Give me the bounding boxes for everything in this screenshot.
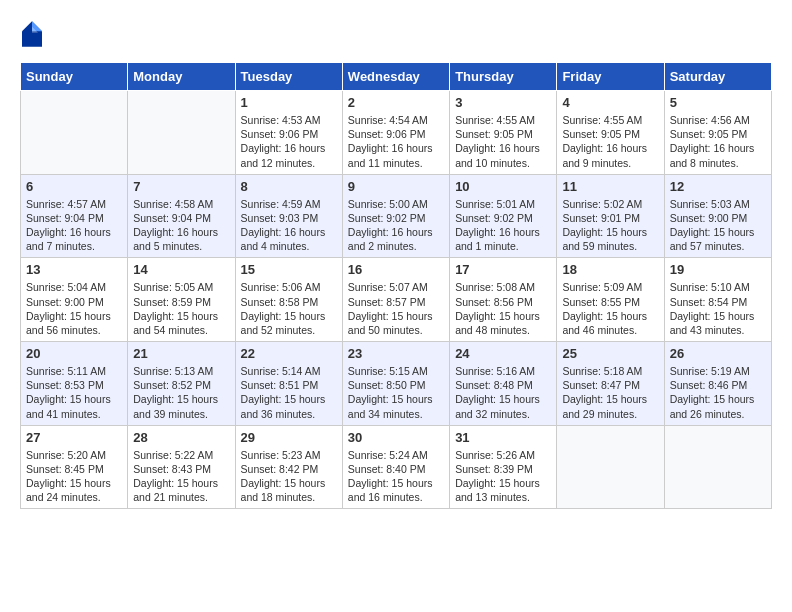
day-number: 21 [133, 346, 229, 361]
day-number: 31 [455, 430, 551, 445]
weekday-header-thursday: Thursday [450, 63, 557, 91]
day-number: 9 [348, 179, 444, 194]
day-info: Sunrise: 5:15 AM Sunset: 8:50 PM Dayligh… [348, 364, 444, 421]
calendar-cell: 22Sunrise: 5:14 AM Sunset: 8:51 PM Dayli… [235, 342, 342, 426]
day-number: 24 [455, 346, 551, 361]
day-info: Sunrise: 5:05 AM Sunset: 8:59 PM Dayligh… [133, 280, 229, 337]
calendar-cell: 25Sunrise: 5:18 AM Sunset: 8:47 PM Dayli… [557, 342, 664, 426]
calendar-cell: 4Sunrise: 4:55 AM Sunset: 9:05 PM Daylig… [557, 91, 664, 175]
day-number: 5 [670, 95, 766, 110]
calendar-cell: 12Sunrise: 5:03 AM Sunset: 9:00 PM Dayli… [664, 174, 771, 258]
day-info: Sunrise: 5:08 AM Sunset: 8:56 PM Dayligh… [455, 280, 551, 337]
calendar-cell: 29Sunrise: 5:23 AM Sunset: 8:42 PM Dayli… [235, 425, 342, 509]
day-info: Sunrise: 4:56 AM Sunset: 9:05 PM Dayligh… [670, 113, 766, 170]
day-number: 27 [26, 430, 122, 445]
day-info: Sunrise: 5:07 AM Sunset: 8:57 PM Dayligh… [348, 280, 444, 337]
week-row-1: 1Sunrise: 4:53 AM Sunset: 9:06 PM Daylig… [21, 91, 772, 175]
logo [20, 20, 46, 52]
day-info: Sunrise: 5:00 AM Sunset: 9:02 PM Dayligh… [348, 197, 444, 254]
day-info: Sunrise: 4:57 AM Sunset: 9:04 PM Dayligh… [26, 197, 122, 254]
calendar-cell: 16Sunrise: 5:07 AM Sunset: 8:57 PM Dayli… [342, 258, 449, 342]
day-info: Sunrise: 5:26 AM Sunset: 8:39 PM Dayligh… [455, 448, 551, 505]
day-info: Sunrise: 4:55 AM Sunset: 9:05 PM Dayligh… [562, 113, 658, 170]
calendar-cell: 13Sunrise: 5:04 AM Sunset: 9:00 PM Dayli… [21, 258, 128, 342]
day-info: Sunrise: 5:16 AM Sunset: 8:48 PM Dayligh… [455, 364, 551, 421]
day-number: 20 [26, 346, 122, 361]
day-info: Sunrise: 4:58 AM Sunset: 9:04 PM Dayligh… [133, 197, 229, 254]
calendar-cell [664, 425, 771, 509]
day-number: 23 [348, 346, 444, 361]
page-header [20, 20, 772, 52]
day-info: Sunrise: 5:09 AM Sunset: 8:55 PM Dayligh… [562, 280, 658, 337]
calendar-cell: 30Sunrise: 5:24 AM Sunset: 8:40 PM Dayli… [342, 425, 449, 509]
day-number: 7 [133, 179, 229, 194]
day-info: Sunrise: 4:55 AM Sunset: 9:05 PM Dayligh… [455, 113, 551, 170]
calendar-cell: 6Sunrise: 4:57 AM Sunset: 9:04 PM Daylig… [21, 174, 128, 258]
calendar-cell: 20Sunrise: 5:11 AM Sunset: 8:53 PM Dayli… [21, 342, 128, 426]
day-info: Sunrise: 5:04 AM Sunset: 9:00 PM Dayligh… [26, 280, 122, 337]
weekday-header-monday: Monday [128, 63, 235, 91]
calendar-cell: 27Sunrise: 5:20 AM Sunset: 8:45 PM Dayli… [21, 425, 128, 509]
week-row-5: 27Sunrise: 5:20 AM Sunset: 8:45 PM Dayli… [21, 425, 772, 509]
calendar-cell: 18Sunrise: 5:09 AM Sunset: 8:55 PM Dayli… [557, 258, 664, 342]
day-number: 19 [670, 262, 766, 277]
day-info: Sunrise: 5:23 AM Sunset: 8:42 PM Dayligh… [241, 448, 337, 505]
day-number: 2 [348, 95, 444, 110]
calendar-cell [128, 91, 235, 175]
week-row-4: 20Sunrise: 5:11 AM Sunset: 8:53 PM Dayli… [21, 342, 772, 426]
day-info: Sunrise: 5:03 AM Sunset: 9:00 PM Dayligh… [670, 197, 766, 254]
day-info: Sunrise: 4:53 AM Sunset: 9:06 PM Dayligh… [241, 113, 337, 170]
day-info: Sunrise: 5:06 AM Sunset: 8:58 PM Dayligh… [241, 280, 337, 337]
day-number: 8 [241, 179, 337, 194]
day-info: Sunrise: 5:13 AM Sunset: 8:52 PM Dayligh… [133, 364, 229, 421]
day-info: Sunrise: 4:59 AM Sunset: 9:03 PM Dayligh… [241, 197, 337, 254]
day-info: Sunrise: 5:19 AM Sunset: 8:46 PM Dayligh… [670, 364, 766, 421]
day-info: Sunrise: 5:22 AM Sunset: 8:43 PM Dayligh… [133, 448, 229, 505]
calendar-cell: 3Sunrise: 4:55 AM Sunset: 9:05 PM Daylig… [450, 91, 557, 175]
day-number: 12 [670, 179, 766, 194]
day-number: 16 [348, 262, 444, 277]
weekday-header-friday: Friday [557, 63, 664, 91]
weekday-header-tuesday: Tuesday [235, 63, 342, 91]
day-info: Sunrise: 4:54 AM Sunset: 9:06 PM Dayligh… [348, 113, 444, 170]
weekday-header-row: SundayMondayTuesdayWednesdayThursdayFrid… [21, 63, 772, 91]
day-info: Sunrise: 5:02 AM Sunset: 9:01 PM Dayligh… [562, 197, 658, 254]
day-number: 15 [241, 262, 337, 277]
calendar-table: SundayMondayTuesdayWednesdayThursdayFrid… [20, 62, 772, 509]
day-number: 29 [241, 430, 337, 445]
day-info: Sunrise: 5:11 AM Sunset: 8:53 PM Dayligh… [26, 364, 122, 421]
day-number: 30 [348, 430, 444, 445]
day-number: 22 [241, 346, 337, 361]
day-info: Sunrise: 5:14 AM Sunset: 8:51 PM Dayligh… [241, 364, 337, 421]
day-number: 26 [670, 346, 766, 361]
week-row-3: 13Sunrise: 5:04 AM Sunset: 9:00 PM Dayli… [21, 258, 772, 342]
calendar-cell: 23Sunrise: 5:15 AM Sunset: 8:50 PM Dayli… [342, 342, 449, 426]
calendar-cell: 9Sunrise: 5:00 AM Sunset: 9:02 PM Daylig… [342, 174, 449, 258]
calendar-cell: 26Sunrise: 5:19 AM Sunset: 8:46 PM Dayli… [664, 342, 771, 426]
calendar-cell: 19Sunrise: 5:10 AM Sunset: 8:54 PM Dayli… [664, 258, 771, 342]
calendar-cell: 28Sunrise: 5:22 AM Sunset: 8:43 PM Dayli… [128, 425, 235, 509]
day-number: 13 [26, 262, 122, 277]
day-number: 10 [455, 179, 551, 194]
calendar-cell [21, 91, 128, 175]
day-info: Sunrise: 5:01 AM Sunset: 9:02 PM Dayligh… [455, 197, 551, 254]
day-number: 14 [133, 262, 229, 277]
weekday-header-saturday: Saturday [664, 63, 771, 91]
calendar-cell: 1Sunrise: 4:53 AM Sunset: 9:06 PM Daylig… [235, 91, 342, 175]
calendar-cell [557, 425, 664, 509]
day-number: 6 [26, 179, 122, 194]
day-number: 28 [133, 430, 229, 445]
day-number: 11 [562, 179, 658, 194]
calendar-cell: 8Sunrise: 4:59 AM Sunset: 9:03 PM Daylig… [235, 174, 342, 258]
day-number: 25 [562, 346, 658, 361]
week-row-2: 6Sunrise: 4:57 AM Sunset: 9:04 PM Daylig… [21, 174, 772, 258]
day-number: 18 [562, 262, 658, 277]
day-info: Sunrise: 5:24 AM Sunset: 8:40 PM Dayligh… [348, 448, 444, 505]
weekday-header-sunday: Sunday [21, 63, 128, 91]
calendar-cell: 21Sunrise: 5:13 AM Sunset: 8:52 PM Dayli… [128, 342, 235, 426]
day-number: 17 [455, 262, 551, 277]
day-number: 1 [241, 95, 337, 110]
calendar-cell: 11Sunrise: 5:02 AM Sunset: 9:01 PM Dayli… [557, 174, 664, 258]
day-number: 4 [562, 95, 658, 110]
calendar-cell: 17Sunrise: 5:08 AM Sunset: 8:56 PM Dayli… [450, 258, 557, 342]
